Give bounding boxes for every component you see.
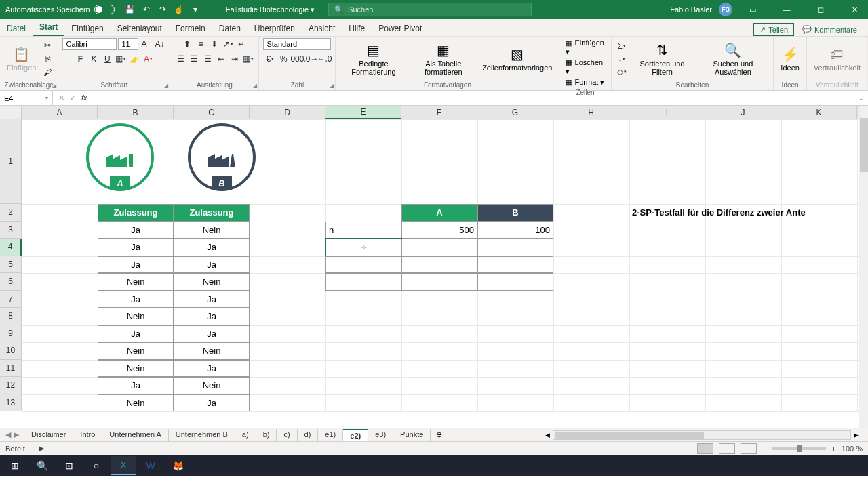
merge-button[interactable]: ▦ xyxy=(242,53,254,65)
start-button[interactable]: ⊞ xyxy=(3,456,27,475)
tab-hilfe[interactable]: Hilfe xyxy=(342,21,372,36)
redo-icon[interactable]: ↷ xyxy=(158,5,167,14)
sheet-tab-a[interactable]: a) xyxy=(235,429,256,441)
search-taskbar-icon[interactable]: 🔍 xyxy=(30,456,54,475)
toggle-switch[interactable] xyxy=(94,5,115,14)
comments-button[interactable]: 💬 Kommentare xyxy=(797,23,863,36)
sheet-tab-Disclaimer[interactable]: Disclaimer xyxy=(24,429,73,441)
sheet-tab-c[interactable]: c) xyxy=(277,429,297,441)
col-header-f[interactable]: F xyxy=(401,106,477,119)
tab-einfuegen[interactable]: Einfügen xyxy=(64,21,110,36)
col-header-j[interactable]: J xyxy=(705,106,781,119)
row-header-11[interactable]: 11 xyxy=(0,360,22,378)
col-header-b[interactable]: B xyxy=(98,106,174,119)
cell-b6[interactable]: Nein xyxy=(98,273,174,291)
cell-c2[interactable]: Zulassung xyxy=(174,204,250,222)
touch-mode-icon[interactable]: ☝ xyxy=(174,5,184,14)
font-size-input[interactable] xyxy=(118,38,138,50)
tab-ansicht[interactable]: Ansicht xyxy=(302,21,342,36)
cell-f2[interactable]: A xyxy=(401,204,477,222)
select-all-corner[interactable] xyxy=(0,106,22,119)
align-top-icon[interactable]: ⬆ xyxy=(181,38,193,50)
cell-c8[interactable]: Ja xyxy=(174,308,250,325)
share-button[interactable]: ↗ Teilen xyxy=(753,23,794,36)
cell-b2[interactable]: Zulassung xyxy=(98,204,174,222)
col-header-h[interactable]: H xyxy=(553,106,629,119)
decrease-decimal-icon[interactable]: ←.0 xyxy=(318,53,330,65)
wrap-text-icon[interactable]: ↵ xyxy=(235,38,248,50)
align-middle-icon[interactable]: ≡ xyxy=(195,38,207,50)
cell-c11[interactable]: Ja xyxy=(174,360,250,378)
new-sheet-button[interactable]: ⊕ xyxy=(431,430,448,439)
row-header-9[interactable]: 9 xyxy=(0,325,22,343)
cell-e5[interactable] xyxy=(326,256,401,274)
maximize-button[interactable]: ◻ xyxy=(807,0,834,19)
underline-button[interactable]: U xyxy=(101,53,113,65)
cell-f4[interactable] xyxy=(401,239,477,256)
font-color-button[interactable]: A xyxy=(142,53,154,65)
cortana-icon[interactable]: ○ xyxy=(84,456,108,475)
search-box[interactable]: 🔍 Suchen xyxy=(328,3,532,16)
cell-b10[interactable]: Nein xyxy=(98,342,174,360)
cell-c6[interactable]: Nein xyxy=(174,273,250,291)
horizontal-scrollbar[interactable]: ◀ ▶ xyxy=(542,430,868,440)
sheet-tab-UnternehmenB[interactable]: Unternehmen B xyxy=(169,429,235,441)
row-header-4[interactable]: 4 xyxy=(0,239,22,256)
sheet-tab-Punkte[interactable]: Punkte xyxy=(393,429,431,441)
cell-g5[interactable] xyxy=(477,256,553,274)
page-break-view-button[interactable] xyxy=(741,443,757,454)
tab-formeln[interactable]: Formeln xyxy=(169,21,212,36)
row-header-13[interactable]: 13 xyxy=(0,394,22,412)
vertical-scrollbar[interactable] xyxy=(859,106,868,428)
cell-styles-button[interactable]: ▧Zellenformatvorlagen xyxy=(479,45,555,73)
cell-b5[interactable]: Ja xyxy=(98,256,174,274)
cell-e6[interactable] xyxy=(326,273,401,291)
font-name-input[interactable] xyxy=(62,38,117,50)
paste-button[interactable]: 📋 Einfügen xyxy=(4,45,39,73)
firefox-taskbar-icon[interactable]: 🦊 xyxy=(165,456,190,475)
italic-button[interactable]: K xyxy=(87,53,100,65)
page-layout-view-button[interactable] xyxy=(719,443,735,454)
close-button[interactable]: ✕ xyxy=(841,0,868,19)
word-taskbar-icon[interactable]: W xyxy=(138,456,163,475)
zoom-in-button[interactable]: + xyxy=(831,445,835,453)
tab-seitenlayout[interactable]: Seitenlayout xyxy=(111,21,169,36)
cell-f3[interactable]: 500 xyxy=(401,222,477,239)
dialog-launcher-icon[interactable]: ◢ xyxy=(330,83,334,89)
expand-formula-icon[interactable]: ⌄ xyxy=(854,95,868,102)
comma-format-icon[interactable]: 000 xyxy=(291,53,303,65)
user-name[interactable]: Fabio Basler xyxy=(670,5,712,14)
autosum-icon[interactable]: Σ xyxy=(616,40,628,52)
row-header-8[interactable]: 8 xyxy=(0,308,22,325)
cell-b3[interactable]: Ja xyxy=(98,222,174,239)
cell-f6[interactable] xyxy=(401,273,477,291)
cell-b4[interactable]: Ja xyxy=(98,239,174,256)
save-icon[interactable]: 💾 xyxy=(125,5,135,14)
chevron-down-icon[interactable]: ▾ xyxy=(191,5,200,14)
col-header-c[interactable]: C xyxy=(174,106,250,119)
user-avatar[interactable]: FB xyxy=(719,3,732,16)
col-header-g[interactable]: G xyxy=(477,106,553,119)
col-header-k[interactable]: K xyxy=(781,106,857,119)
row-header-2[interactable]: 2 xyxy=(0,204,22,222)
format-as-table-button[interactable]: ▦Als Tabelle formatieren xyxy=(410,41,477,77)
cell-i2[interactable]: 2-SP-Testfall für die Differenz zweier A… xyxy=(629,204,868,222)
cell-e4-selected[interactable]: ⟡ xyxy=(326,239,401,256)
col-header-i[interactable]: I xyxy=(629,106,705,119)
tab-ueberpruefen[interactable]: Überprüfen xyxy=(248,21,302,36)
row-header-6[interactable]: 6 xyxy=(0,273,22,291)
cell-b12[interactable]: Ja xyxy=(98,377,174,394)
dialog-launcher-icon[interactable]: ◢ xyxy=(52,83,56,89)
row-header-10[interactable]: 10 xyxy=(0,342,22,360)
col-header-e[interactable]: E xyxy=(326,106,401,119)
decrease-font-icon[interactable]: A↓ xyxy=(153,38,165,50)
document-title[interactable]: Fallstudie Biotechnologie ▾ xyxy=(226,5,315,14)
cell-c4[interactable]: Ja xyxy=(174,239,250,256)
accounting-format-icon[interactable]: € xyxy=(264,53,276,65)
cell-c9[interactable]: Ja xyxy=(174,325,250,343)
fill-color-button[interactable]: ◢ xyxy=(128,53,140,65)
undo-icon[interactable]: ↶ xyxy=(142,5,151,14)
orientation-icon[interactable]: ↗ xyxy=(222,38,234,50)
insert-cells-button[interactable]: ▦ Einfügen ▾ xyxy=(564,38,606,57)
zoom-slider[interactable] xyxy=(772,447,826,450)
